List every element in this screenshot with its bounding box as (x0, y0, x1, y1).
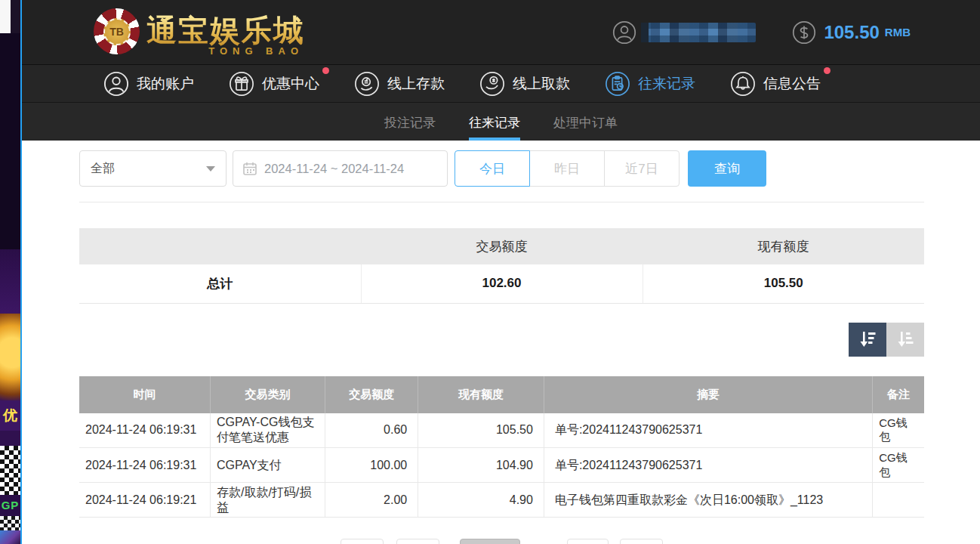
bg-dark-area (0, 33, 20, 249)
bg-qr-code (0, 446, 20, 495)
summary-total-balance: 105.50 (643, 264, 924, 303)
bg-gp-text: GP (0, 495, 20, 516)
bg-character-art (0, 530, 20, 544)
nav-item-announcements[interactable]: 信息公告 (730, 71, 821, 97)
user-icon (612, 20, 636, 45)
pagination-button[interactable] (620, 539, 663, 544)
pagination-current-button[interactable] (460, 539, 520, 544)
balance-currency: RMB (885, 26, 911, 39)
col-header-type: 交易类别 (210, 376, 325, 413)
quick-range-group: 今日 昨日 近7日 (455, 150, 680, 187)
pagination-button[interactable] (567, 539, 609, 544)
table-row: 2024-11-24 06:19:21 存款/取款/打码/损益 2.00 4.9… (79, 483, 924, 518)
content-area: 全部 2024-11-24 ~ 2024-11-24 今日 昨日 近7日 查询 (22, 150, 980, 544)
col-header-balance: 现有额度 (418, 376, 544, 413)
section-divider (79, 202, 924, 202)
summary-table: 交易额度 现有额度 总计 102.60 105.50 (79, 228, 924, 304)
bg-purple-gap (0, 431, 20, 446)
bg-white-sliver (0, 0, 20, 33)
cell-amount: 100.00 (325, 448, 418, 483)
bg-qr-code-small (0, 516, 20, 530)
sort-asc-icon (895, 329, 916, 350)
col-header-remark: 备注 (873, 376, 924, 413)
calendar-icon (242, 161, 257, 176)
col-header-summary: 摘要 (544, 376, 872, 413)
cell-type: CGPAY支付 (210, 448, 325, 483)
nav-item-deposit[interactable]: 线上存款 (354, 71, 445, 97)
pagination-button[interactable] (396, 539, 439, 544)
records-table: 时间 交易类别 交易额度 现有额度 摘要 备注 2024-11-24 06:19… (79, 376, 924, 518)
nav-label: 信息公告 (763, 74, 821, 94)
cell-time: 2024-11-24 06:19:31 (79, 413, 210, 448)
filter-bar: 全部 2024-11-24 ~ 2024-11-24 今日 昨日 近7日 查询 (79, 150, 924, 187)
pagination-button[interactable] (341, 539, 384, 544)
search-button[interactable]: 查询 (688, 150, 766, 187)
sort-ascending-button[interactable] (886, 323, 924, 357)
tab-transaction-records[interactable]: 往来记录 (469, 103, 520, 141)
notification-dot (322, 67, 329, 74)
cell-balance: 4.90 (418, 483, 544, 518)
main-window: TB 通宝娱乐城 TONG BAO (22, 0, 980, 544)
nav-label: 往来记录 (638, 74, 695, 94)
deposit-icon (354, 71, 380, 97)
cell-remark (873, 483, 924, 518)
logo-title-en: TONG BAO (208, 45, 304, 57)
bg-gold-coins-art (0, 314, 20, 400)
col-header-time: 时间 (79, 376, 210, 413)
tab-processing-orders[interactable]: 处理中订单 (553, 103, 618, 141)
notification-dot (824, 67, 831, 74)
records-icon (605, 71, 630, 97)
cell-time: 2024-11-24 06:19:31 (79, 448, 210, 483)
cell-type: 存款/取款/打码/损益 (210, 483, 325, 518)
last7days-button[interactable]: 近7日 (604, 150, 680, 187)
main-nav: 我的账户 优惠中心 线上存款 (22, 64, 980, 103)
cell-summary: 单号:202411243790625371 (544, 413, 872, 448)
sub-tabbar: 投注记录 往来记录 处理中订单 (22, 103, 980, 141)
cell-type: CGPAY-CG钱包支付笔笔送优惠 (210, 413, 325, 448)
dollar-icon (792, 20, 816, 45)
logo-text: 通宝娱乐城 TONG BAO (146, 8, 305, 52)
date-range-value: 2024-11-24 ~ 2024-11-24 (264, 162, 404, 176)
user-account-box[interactable] (612, 20, 756, 45)
nav-item-withdraw[interactable]: 线上取款 (479, 71, 570, 97)
yesterday-button[interactable]: 昨日 (529, 150, 605, 187)
chip-tb-monogram: TB (103, 18, 131, 45)
nav-item-records[interactable]: 往来记录 (605, 71, 695, 97)
site-logo[interactable]: TB 通宝娱乐城 TONG BAO (94, 8, 305, 54)
summary-total-label: 总计 (79, 264, 361, 303)
cell-amount: 2.00 (325, 483, 418, 518)
balance-box[interactable]: 105.50 RMB (792, 20, 911, 45)
bell-icon (730, 71, 756, 97)
window-edge-border (20, 0, 22, 544)
col-header-amount: 交易额度 (325, 376, 418, 413)
nav-label: 线上存款 (387, 74, 445, 94)
summary-total-amount: 102.60 (361, 264, 643, 303)
sort-descending-button[interactable] (849, 323, 886, 357)
bg-purple-banner (0, 249, 20, 314)
chevron-down-icon (206, 166, 215, 172)
cell-amount: 0.60 (325, 413, 418, 448)
tab-betting-records[interactable]: 投注记录 (384, 103, 436, 141)
today-button[interactable]: 今日 (455, 150, 530, 187)
cell-balance: 104.90 (418, 448, 544, 483)
date-range-input[interactable]: 2024-11-24 ~ 2024-11-24 (233, 150, 448, 187)
sort-desc-icon (857, 329, 878, 350)
casino-chip-icon: TB (94, 8, 140, 54)
summary-header-amount: 交易额度 (361, 228, 643, 264)
nav-label: 线上取款 (513, 74, 570, 94)
background-window-strip: 优 GP (0, 0, 20, 544)
nav-item-my-account[interactable]: 我的账户 (103, 71, 194, 97)
cell-remark: CG钱包 (873, 448, 924, 483)
summary-header-empty (79, 228, 361, 264)
nav-item-promotions[interactable]: 优惠中心 (229, 71, 319, 97)
pagination (79, 539, 924, 544)
bg-promo-text: 优 (0, 400, 20, 431)
summary-total-row: 总计 102.60 105.50 (79, 264, 924, 303)
type-select[interactable]: 全部 (79, 150, 227, 187)
username-blurred (641, 23, 756, 42)
withdraw-icon (479, 71, 505, 97)
cell-summary: 电子钱包第四重取款彩金《次日16:00领取》_1123 (544, 483, 872, 518)
gift-icon (229, 71, 254, 97)
cell-summary: 单号:202411243790625371 (544, 448, 872, 483)
balance-amount: 105.50 (824, 22, 879, 43)
